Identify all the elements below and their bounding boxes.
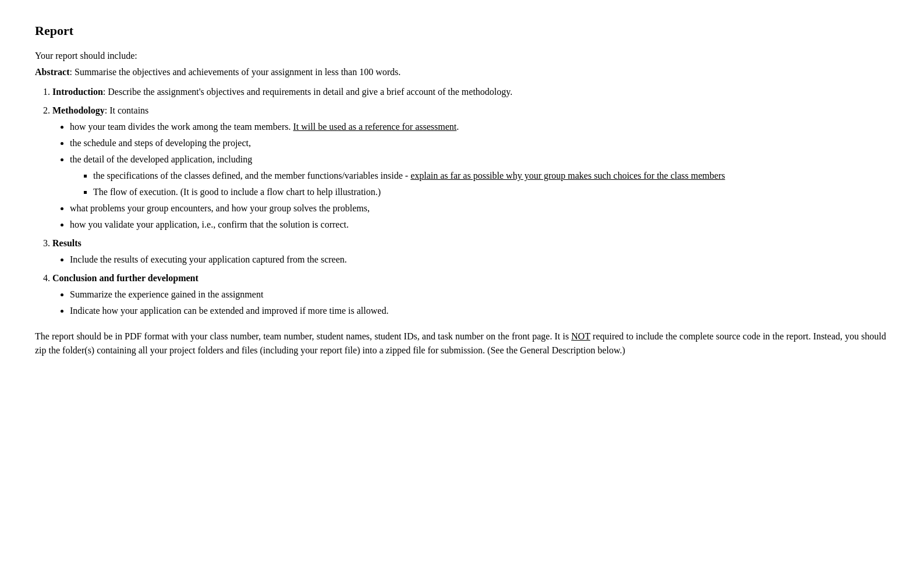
bullet-detail-text: the detail of the developed application,… [70, 154, 252, 164]
conclusion-label: Conclusion and further development [52, 273, 199, 283]
bullet-validate: how you validate your application, i.e.,… [70, 218, 886, 232]
indicate-text: Indicate how your application can be ext… [70, 306, 388, 316]
introduction-text: : Describe the assignment's objectives a… [103, 87, 512, 97]
report-section: Report Your report should include: Abstr… [35, 23, 886, 357]
bullet-team-period: . [456, 122, 459, 132]
spec-text1: the specifications of the classes define… [93, 171, 410, 180]
bullet-results: Include the results of executing your ap… [70, 253, 886, 267]
bullet-team-divides: how your team divides the work among the… [70, 120, 886, 134]
sub-bullet-specifications: the specifications of the classes define… [93, 169, 886, 183]
closing-part1: The report should be in PDF format with … [35, 331, 571, 341]
summarize-text: Summarize the experience gained in the a… [70, 289, 263, 299]
conclusion-bullets: Summarize the experience gained in the a… [70, 288, 886, 318]
bullet-team-underline: It will be used as a reference for asses… [293, 122, 456, 132]
bullet-problems: what problems your group encounters, and… [70, 201, 886, 215]
abstract-label: Abstract [35, 67, 70, 77]
abstract-text: : Summarise the objectives and achieveme… [70, 67, 401, 77]
results-bullets: Include the results of executing your ap… [70, 253, 886, 267]
list-item-methodology: Methodology: It contains how your team d… [52, 104, 886, 232]
bullet-schedule: the schedule and steps of developing the… [70, 136, 886, 150]
abstract-line: Abstract: Summarise the objectives and a… [35, 65, 886, 79]
main-list: Introduction: Describe the assignment's … [52, 85, 886, 318]
spec-underline: explain as far as possible why your grou… [410, 171, 725, 180]
methodology-label: Methodology [52, 105, 105, 115]
bullet-summarize: Summarize the experience gained in the a… [70, 288, 886, 302]
results-label: Results [52, 238, 82, 248]
introduction-label: Introduction [52, 87, 103, 97]
bullet-team-text1: how your team divides the work among the… [70, 122, 293, 132]
intro-text: Your report should include: [35, 49, 886, 63]
methodology-bullets: how your team divides the work among the… [70, 120, 886, 232]
list-item-results: Results Include the results of executing… [52, 236, 886, 267]
bullet-indicate: Indicate how your application can be ext… [70, 304, 886, 318]
report-title: Report [35, 23, 886, 38]
bullet-problems-text: what problems your group encounters, and… [70, 203, 370, 213]
closing-not: NOT [571, 331, 590, 341]
list-item-conclusion: Conclusion and further development Summa… [52, 271, 886, 318]
bullet-detail: the detail of the developed application,… [70, 153, 886, 199]
bullet-validate-text: how you validate your application, i.e.,… [70, 219, 349, 229]
sub-bullet-list: the specifications of the classes define… [93, 169, 886, 199]
flow-text: The flow of execution. (It is good to in… [93, 187, 381, 197]
bullet-schedule-text: the schedule and steps of developing the… [70, 138, 251, 148]
closing-paragraph: The report should be in PDF format with … [35, 330, 886, 357]
sub-bullet-flow: The flow of execution. (It is good to in… [93, 185, 886, 199]
list-item-introduction: Introduction: Describe the assignment's … [52, 85, 886, 99]
results-text: Include the results of executing your ap… [70, 254, 347, 264]
methodology-text: : It contains [105, 105, 149, 115]
